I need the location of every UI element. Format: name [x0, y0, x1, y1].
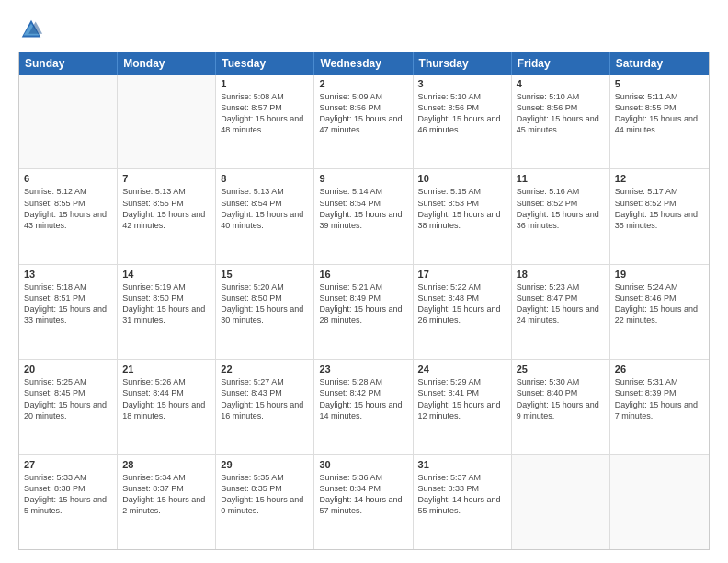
calendar-cell: 24Sunrise: 5:29 AM Sunset: 8:41 PM Dayli… — [414, 360, 512, 454]
cell-details: Sunrise: 5:31 AM Sunset: 8:39 PM Dayligh… — [615, 376, 704, 421]
cell-details: Sunrise: 5:17 AM Sunset: 8:52 PM Dayligh… — [615, 186, 704, 231]
header-day-sunday: Sunday — [19, 52, 118, 75]
calendar-week-4: 27Sunrise: 5:33 AM Sunset: 8:38 PM Dayli… — [19, 454, 709, 549]
calendar-cell: 28Sunrise: 5:34 AM Sunset: 8:37 PM Dayli… — [118, 455, 216, 549]
calendar-cell: 19Sunrise: 5:24 AM Sunset: 8:46 PM Dayli… — [610, 265, 709, 359]
cell-details: Sunrise: 5:22 AM Sunset: 8:48 PM Dayligh… — [418, 282, 506, 327]
calendar-cell: 29Sunrise: 5:35 AM Sunset: 8:35 PM Dayli… — [216, 455, 314, 549]
day-number: 23 — [319, 363, 407, 374]
day-number: 5 — [615, 78, 704, 89]
cell-details: Sunrise: 5:11 AM Sunset: 8:55 PM Dayligh… — [615, 91, 704, 136]
calendar-cell: 26Sunrise: 5:31 AM Sunset: 8:39 PM Dayli… — [610, 360, 709, 454]
logo-icon — [18, 17, 44, 42]
day-number: 20 — [24, 363, 112, 374]
page: SundayMondayTuesdayWednesdayThursdayFrid… — [0, 0, 728, 563]
day-number: 12 — [615, 173, 704, 184]
cell-details: Sunrise: 5:18 AM Sunset: 8:51 PM Dayligh… — [24, 282, 112, 327]
calendar-cell: 18Sunrise: 5:23 AM Sunset: 8:47 PM Dayli… — [512, 265, 610, 359]
day-number: 21 — [122, 363, 210, 374]
calendar-cell: 31Sunrise: 5:37 AM Sunset: 8:33 PM Dayli… — [414, 455, 512, 549]
day-number: 8 — [221, 173, 309, 184]
cell-details: Sunrise: 5:30 AM Sunset: 8:40 PM Dayligh… — [517, 376, 605, 421]
calendar-cell: 30Sunrise: 5:36 AM Sunset: 8:34 PM Dayli… — [314, 455, 413, 549]
day-number: 31 — [418, 459, 506, 470]
day-number: 13 — [24, 269, 112, 280]
calendar-cell: 16Sunrise: 5:21 AM Sunset: 8:49 PM Dayli… — [314, 265, 413, 359]
day-number: 26 — [615, 363, 704, 374]
header-day-saturday: Saturday — [610, 52, 709, 75]
cell-details: Sunrise: 5:35 AM Sunset: 8:35 PM Dayligh… — [221, 472, 309, 517]
day-number: 24 — [418, 363, 506, 374]
day-number: 27 — [24, 459, 112, 470]
header-day-friday: Friday — [512, 52, 610, 75]
cell-details: Sunrise: 5:21 AM Sunset: 8:49 PM Dayligh… — [319, 282, 407, 327]
cell-details: Sunrise: 5:23 AM Sunset: 8:47 PM Dayligh… — [517, 282, 605, 327]
calendar-cell: 8Sunrise: 5:13 AM Sunset: 8:54 PM Daylig… — [216, 169, 314, 263]
calendar-cell: 2Sunrise: 5:09 AM Sunset: 8:56 PM Daylig… — [314, 75, 413, 168]
day-number: 6 — [24, 173, 112, 184]
calendar-cell: 20Sunrise: 5:25 AM Sunset: 8:45 PM Dayli… — [19, 360, 118, 454]
cell-details: Sunrise: 5:08 AM Sunset: 8:57 PM Dayligh… — [221, 91, 309, 136]
calendar-cell: 27Sunrise: 5:33 AM Sunset: 8:38 PM Dayli… — [19, 455, 118, 549]
cell-details: Sunrise: 5:13 AM Sunset: 8:54 PM Dayligh… — [221, 186, 309, 231]
calendar-cell: 22Sunrise: 5:27 AM Sunset: 8:43 PM Dayli… — [216, 360, 314, 454]
day-number: 9 — [319, 173, 407, 184]
cell-details: Sunrise: 5:29 AM Sunset: 8:41 PM Dayligh… — [418, 376, 506, 421]
cell-details: Sunrise: 5:16 AM Sunset: 8:52 PM Dayligh… — [517, 186, 605, 231]
calendar-cell: 6Sunrise: 5:12 AM Sunset: 8:55 PM Daylig… — [19, 169, 118, 263]
day-number: 18 — [517, 269, 605, 280]
cell-details: Sunrise: 5:24 AM Sunset: 8:46 PM Dayligh… — [615, 282, 704, 327]
day-number: 15 — [221, 269, 309, 280]
cell-details: Sunrise: 5:20 AM Sunset: 8:50 PM Dayligh… — [221, 282, 309, 327]
cell-details: Sunrise: 5:10 AM Sunset: 8:56 PM Dayligh… — [517, 91, 605, 136]
calendar-cell: 5Sunrise: 5:11 AM Sunset: 8:55 PM Daylig… — [610, 75, 709, 168]
day-number: 28 — [122, 459, 210, 470]
day-number: 10 — [418, 173, 506, 184]
calendar-week-0: 1Sunrise: 5:08 AM Sunset: 8:57 PM Daylig… — [19, 75, 709, 168]
cell-details: Sunrise: 5:27 AM Sunset: 8:43 PM Dayligh… — [221, 376, 309, 421]
calendar-cell: 25Sunrise: 5:30 AM Sunset: 8:40 PM Dayli… — [512, 360, 610, 454]
cell-details: Sunrise: 5:25 AM Sunset: 8:45 PM Dayligh… — [24, 376, 112, 421]
calendar-week-2: 13Sunrise: 5:18 AM Sunset: 8:51 PM Dayli… — [19, 264, 709, 359]
cell-details: Sunrise: 5:12 AM Sunset: 8:55 PM Dayligh… — [24, 186, 112, 231]
day-number: 16 — [319, 269, 407, 280]
cell-details: Sunrise: 5:33 AM Sunset: 8:38 PM Dayligh… — [24, 472, 112, 517]
day-number: 22 — [221, 363, 309, 374]
calendar: SundayMondayTuesdayWednesdayThursdayFrid… — [18, 52, 710, 550]
calendar-cell: 12Sunrise: 5:17 AM Sunset: 8:52 PM Dayli… — [610, 169, 709, 263]
calendar-cell: 23Sunrise: 5:28 AM Sunset: 8:42 PM Dayli… — [314, 360, 413, 454]
calendar-cell: 3Sunrise: 5:10 AM Sunset: 8:56 PM Daylig… — [414, 75, 512, 168]
day-number: 1 — [221, 78, 309, 89]
calendar-cell: 11Sunrise: 5:16 AM Sunset: 8:52 PM Dayli… — [512, 169, 610, 263]
day-number: 19 — [615, 269, 704, 280]
day-number: 3 — [418, 78, 506, 89]
day-number: 30 — [319, 459, 407, 470]
calendar-cell: 1Sunrise: 5:08 AM Sunset: 8:57 PM Daylig… — [216, 75, 314, 168]
calendar-week-1: 6Sunrise: 5:12 AM Sunset: 8:55 PM Daylig… — [19, 168, 709, 263]
cell-details: Sunrise: 5:28 AM Sunset: 8:42 PM Dayligh… — [319, 376, 407, 421]
logo — [18, 17, 48, 42]
day-number: 17 — [418, 269, 506, 280]
calendar-week-3: 20Sunrise: 5:25 AM Sunset: 8:45 PM Dayli… — [19, 359, 709, 454]
header-day-thursday: Thursday — [414, 52, 512, 75]
day-number: 7 — [122, 173, 210, 184]
cell-details: Sunrise: 5:37 AM Sunset: 8:33 PM Dayligh… — [418, 472, 506, 517]
day-number: 14 — [122, 269, 210, 280]
cell-details: Sunrise: 5:26 AM Sunset: 8:44 PM Dayligh… — [122, 376, 210, 421]
cell-details: Sunrise: 5:36 AM Sunset: 8:34 PM Dayligh… — [319, 472, 407, 517]
day-number: 29 — [221, 459, 309, 470]
cell-details: Sunrise: 5:10 AM Sunset: 8:56 PM Dayligh… — [418, 91, 506, 136]
calendar-body: 1Sunrise: 5:08 AM Sunset: 8:57 PM Daylig… — [19, 75, 709, 549]
header-day-tuesday: Tuesday — [216, 52, 314, 75]
calendar-cell: 10Sunrise: 5:15 AM Sunset: 8:53 PM Dayli… — [414, 169, 512, 263]
calendar-cell: 15Sunrise: 5:20 AM Sunset: 8:50 PM Dayli… — [216, 265, 314, 359]
calendar-header-row: SundayMondayTuesdayWednesdayThursdayFrid… — [19, 52, 709, 75]
header-day-monday: Monday — [118, 52, 216, 75]
calendar-cell — [118, 75, 216, 168]
calendar-cell: 7Sunrise: 5:13 AM Sunset: 8:55 PM Daylig… — [118, 169, 216, 263]
calendar-cell: 9Sunrise: 5:14 AM Sunset: 8:54 PM Daylig… — [314, 169, 413, 263]
calendar-cell — [19, 75, 118, 168]
cell-details: Sunrise: 5:13 AM Sunset: 8:55 PM Dayligh… — [122, 186, 210, 231]
calendar-cell: 14Sunrise: 5:19 AM Sunset: 8:50 PM Dayli… — [118, 265, 216, 359]
day-number: 2 — [319, 78, 407, 89]
